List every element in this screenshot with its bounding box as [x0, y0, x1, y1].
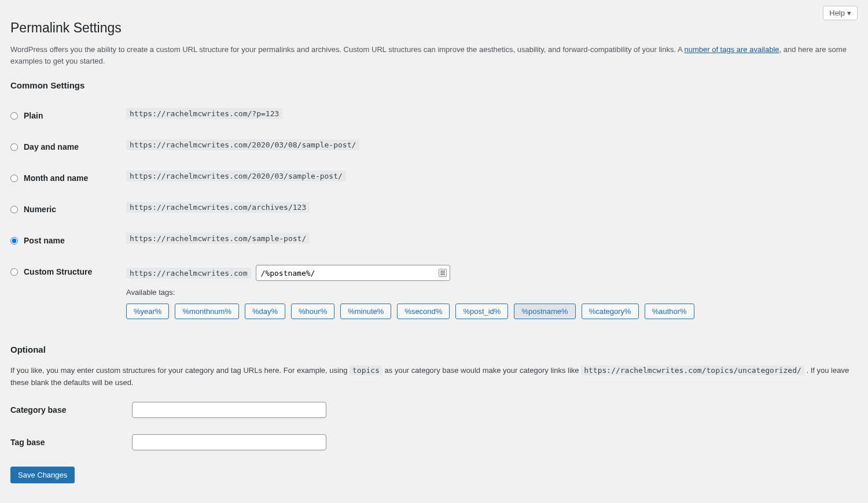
tag-button[interactable]: %postname% [514, 304, 575, 319]
permalink-radio[interactable] [10, 143, 18, 151]
tag-button[interactable]: %year% [126, 304, 169, 319]
permalink-radio[interactable] [10, 268, 18, 276]
optional-text-mid: as your category base would make your ca… [382, 366, 581, 375]
common-settings-table: Plainhttps://rachelmcwrites.com/?p=123Da… [10, 101, 858, 327]
category-base-row: Category base [10, 402, 858, 418]
help-button[interactable]: Help ▾ [823, 6, 858, 20]
tag-base-label: Tag base [10, 438, 132, 447]
permalink-radio-label: Month and name [24, 173, 88, 183]
form-icon [439, 269, 447, 277]
help-button-label: Help [829, 9, 845, 17]
table-row: Month and namehttps://rachelmcwrites.com… [10, 163, 858, 194]
permalink-radio-label: Post name [24, 236, 65, 245]
permalink-radio-label: Plain [24, 111, 43, 120]
tag-button[interactable]: %hour% [291, 304, 334, 319]
permalink-example: https://rachelmcwrites.com/archives/123 [126, 202, 310, 213]
tag-button[interactable]: %monthnum% [175, 304, 239, 319]
permalink-example: https://rachelmcwrites.com/sample-post/ [126, 233, 310, 244]
intro-paragraph: WordPress offers you the ability to crea… [10, 44, 858, 66]
table-row: Custom Structurehttps://rachelmcwrites.c… [10, 257, 858, 327]
custom-structure-label: Custom Structure [24, 267, 92, 276]
permalink-radio[interactable] [10, 237, 18, 245]
permalink-radio[interactable] [10, 112, 18, 120]
tag-button[interactable]: %author% [645, 304, 694, 319]
available-tags-row: %year%%monthnum%%day%%hour%%minute%%seco… [126, 304, 852, 319]
custom-structure-input[interactable] [256, 265, 450, 281]
tag-base-row: Tag base [10, 434, 858, 450]
permalink-example: https://rachelmcwrites.com/2020/03/sampl… [126, 171, 346, 182]
permalink-radio-label: Day and name [24, 142, 79, 151]
tag-button[interactable]: %post_id% [455, 304, 508, 319]
category-base-label: Category base [10, 405, 132, 415]
page-title: Permalink Settings [10, 20, 858, 36]
chevron-down-icon: ▾ [847, 9, 851, 17]
table-row: Day and namehttps://rachelmcwrites.com/2… [10, 132, 858, 163]
permalink-example: https://rachelmcwrites.com/?p=123 [126, 108, 282, 119]
tag-button[interactable]: %minute% [340, 304, 391, 319]
optional-text-pre: If you like, you may enter custom struct… [10, 366, 350, 375]
optional-code-url: https://rachelmcwrites.com/topics/uncate… [581, 365, 804, 375]
category-base-input[interactable] [132, 402, 326, 418]
tag-base-input[interactable] [132, 434, 326, 450]
permalink-radio[interactable] [10, 175, 18, 182]
save-changes-button[interactable]: Save Changes [10, 467, 75, 483]
table-row: Plainhttps://rachelmcwrites.com/?p=123 [10, 101, 858, 132]
permalink-example: https://rachelmcwrites.com/2020/03/08/sa… [126, 139, 359, 150]
table-row: Numerichttps://rachelmcwrites.com/archiv… [10, 194, 858, 225]
tag-button[interactable]: %second% [397, 304, 450, 319]
tag-button[interactable]: %day% [245, 304, 285, 319]
intro-text-pre: WordPress offers you the ability to crea… [10, 45, 684, 54]
table-row: Post namehttps://rachelmcwrites.com/samp… [10, 225, 858, 257]
tag-button[interactable]: %category% [582, 304, 639, 319]
available-tags-label: Available tags: [126, 288, 852, 297]
tags-available-link[interactable]: number of tags are available [684, 45, 779, 54]
optional-paragraph: If you like, you may enter custom struct… [10, 365, 858, 389]
permalink-radio[interactable] [10, 206, 18, 213]
common-settings-heading: Common Settings [10, 80, 858, 90]
optional-code-topics: topics [350, 365, 382, 375]
optional-heading: Optional [10, 345, 858, 354]
permalink-radio-label: Numeric [24, 205, 56, 214]
custom-structure-prefix: https://rachelmcwrites.com [126, 268, 251, 279]
